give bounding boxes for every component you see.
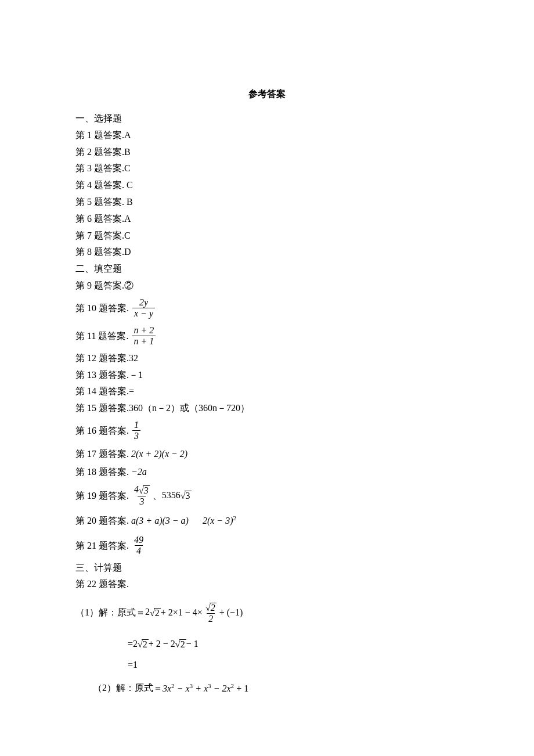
q10-den: x − y bbox=[132, 308, 155, 318]
q22-1-row: （1）解：原式＝ 2√2 + 2×1 − 4× √2 2 + (−1) bbox=[75, 600, 459, 625]
q19-row: 第 19 题答案. 4√3 3 、 5356√3 bbox=[75, 483, 459, 509]
q11-label: 第 11 题答案. bbox=[75, 332, 128, 341]
q7-label: 第 7 题答案. bbox=[75, 231, 124, 240]
q22-label: 第 22 题答案. bbox=[75, 577, 459, 592]
q1-label: 第 1 题答案. bbox=[75, 130, 124, 140]
q3-value: C bbox=[124, 163, 131, 173]
q3-label: 第 3 题答案. bbox=[75, 163, 124, 173]
q1-value: A bbox=[124, 130, 131, 140]
q9-label: 第 9 题答案. bbox=[75, 280, 124, 290]
q18-value: −2a bbox=[129, 467, 147, 477]
q5-row: 第 5 题答案. B bbox=[75, 195, 459, 210]
q22-1b-s1: √2 bbox=[138, 639, 149, 649]
q7-value: C bbox=[124, 231, 131, 240]
q13-row: 第 13 题答案.－1 bbox=[75, 368, 459, 383]
q22-1b-c1: 2 bbox=[133, 639, 138, 649]
q11-den: n + 1 bbox=[132, 336, 156, 346]
q11-num: n + 2 bbox=[132, 326, 156, 336]
q22-1b-tail: − 1 bbox=[186, 639, 199, 649]
q2-label: 第 2 题答案. bbox=[75, 147, 124, 157]
section-header-3: 三、计算题 bbox=[75, 561, 459, 575]
q10-num: 2y bbox=[138, 298, 150, 308]
q2-value: B bbox=[124, 147, 131, 157]
q3-row: 第 3 题答案.C bbox=[75, 161, 459, 176]
q6-value: A bbox=[124, 214, 131, 224]
q19-label: 第 19 题答案. bbox=[75, 491, 129, 501]
q17-row: 第 17 题答案. 2(x + 2)(x − 2) bbox=[75, 447, 459, 462]
q2-row: 第 2 题答案.B bbox=[75, 145, 459, 160]
q22-1-t4: + (−1) bbox=[219, 608, 243, 617]
q21-num: 49 bbox=[132, 535, 145, 545]
q19-num: 4√3 bbox=[132, 485, 151, 496]
q4-value: C bbox=[124, 180, 133, 190]
q22-1c-eq: = bbox=[128, 660, 133, 669]
q1-row: 第 1 题答案.A bbox=[75, 128, 459, 143]
q16-den: 3 bbox=[132, 430, 140, 441]
q4-label: 第 4 题答案. bbox=[75, 180, 124, 190]
q14-value: = bbox=[129, 386, 134, 396]
q11-row: 第 11 题答案. n + 2 n + 1 bbox=[75, 323, 459, 349]
q15-value: 360（n－2）或（360n－720） bbox=[129, 403, 250, 413]
q19-den: 3 bbox=[138, 496, 146, 506]
q12-value: 32 bbox=[129, 353, 138, 363]
q18-row: 第 18 题答案. −2a bbox=[75, 465, 459, 480]
q20-part2: 2(x − 3)2 bbox=[203, 516, 236, 525]
q10-fraction: 2y x − y bbox=[132, 298, 155, 318]
q22-1b-s2: √2 bbox=[175, 639, 186, 649]
q20-row: 第 20 题答案. a(3 + a)(3 − a) 2(x − 3)2 bbox=[75, 513, 459, 528]
q21-fraction: 49 4 bbox=[132, 535, 145, 556]
q20-part1: a(3 + a)(3 − a) bbox=[131, 516, 189, 525]
q22-1b-row: = 2 √2 + 2 − 2 √2 − 1 bbox=[75, 633, 459, 654]
q10-row: 第 10 题答案. 2y x − y bbox=[75, 296, 459, 321]
q4-row: 第 4 题答案. C bbox=[75, 178, 459, 193]
page-title: 参考答案 bbox=[75, 87, 459, 101]
q17-label: 第 17 题答案. bbox=[75, 449, 129, 459]
q22-2-row: （2）解：原式＝ 3x2 − x3 + x3 − 2x2 + 1 bbox=[75, 675, 459, 701]
section-header-2: 二、填空题 bbox=[75, 262, 459, 276]
q8-value: D bbox=[124, 247, 131, 257]
q15-row: 第 15 题答案.360（n－2）或（360n－720） bbox=[75, 401, 459, 416]
q14-label: 第 14 题答案. bbox=[75, 386, 129, 396]
q10-label: 第 10 题答案. bbox=[75, 304, 129, 313]
q7-row: 第 7 题答案.C bbox=[75, 229, 459, 243]
q21-den: 4 bbox=[135, 545, 143, 556]
q11-fraction: n + 2 n + 1 bbox=[132, 326, 156, 346]
q6-row: 第 6 题答案.A bbox=[75, 212, 459, 226]
q22-1-t2: + 2×1 − 4× bbox=[161, 608, 203, 617]
q22-1-t1: 2√2 bbox=[145, 607, 161, 618]
q13-value: －1 bbox=[129, 370, 143, 380]
q8-label: 第 8 题答案. bbox=[75, 247, 124, 257]
q22-1c-val: 1 bbox=[133, 660, 138, 669]
q16-num: 1 bbox=[132, 420, 140, 430]
q14-row: 第 14 题答案.= bbox=[75, 384, 459, 399]
q22-1b-mid: + 2 − 2 bbox=[149, 639, 175, 649]
q12-label: 第 12 题答案. bbox=[75, 353, 129, 363]
q20-label: 第 20 题答案. bbox=[75, 516, 129, 525]
q21-label: 第 21 题答案. bbox=[75, 541, 129, 550]
section-header-1: 一、选择题 bbox=[75, 111, 459, 126]
q19-fraction: 4√3 3 bbox=[132, 485, 151, 506]
q6-label: 第 6 题答案. bbox=[75, 214, 124, 224]
q22-1-prefix: （1）解：原式＝ bbox=[75, 608, 145, 617]
q19-sep: 、 bbox=[153, 491, 162, 501]
q22-1-t3: √2 2 bbox=[204, 602, 218, 624]
q21-row: 第 21 题答案. 49 4 bbox=[75, 533, 459, 559]
q19-part2: 5356√3 bbox=[162, 491, 192, 501]
q5-value: B bbox=[124, 197, 133, 207]
q9-value: ② bbox=[124, 280, 134, 290]
q18-label: 第 18 题答案. bbox=[75, 467, 129, 477]
q12-row: 第 12 题答案.32 bbox=[75, 351, 459, 366]
q15-label: 第 15 题答案. bbox=[75, 403, 129, 413]
q16-label: 第 16 题答案. bbox=[75, 426, 129, 435]
q22-1c-row: = 1 bbox=[75, 654, 459, 675]
q16-fraction: 1 3 bbox=[132, 420, 140, 441]
q8-row: 第 8 题答案.D bbox=[75, 245, 459, 260]
q5-label: 第 5 题答案. bbox=[75, 197, 124, 207]
q22-2-prefix: （2）解：原式＝ bbox=[93, 683, 163, 693]
q22-2-expr: 3x2 − x3 + x3 − 2x2 + 1 bbox=[163, 683, 248, 693]
q9-row: 第 9 题答案.② bbox=[75, 279, 459, 293]
q13-label: 第 13 题答案. bbox=[75, 370, 129, 380]
q16-row: 第 16 题答案. 1 3 bbox=[75, 418, 459, 444]
q22-1b-eq: = bbox=[128, 639, 133, 649]
q20-gap bbox=[191, 516, 200, 525]
